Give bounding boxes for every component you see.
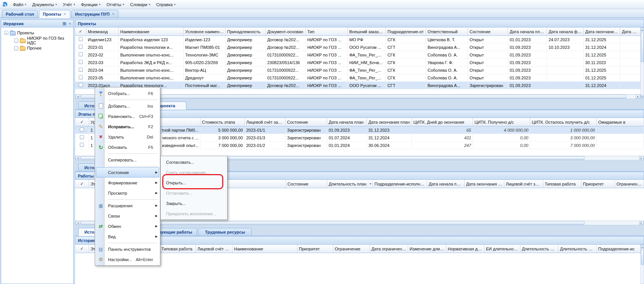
hierarchy-collapse-icon[interactable]: « xyxy=(69,21,71,26)
tree-item[interactable]: Прочее xyxy=(1,44,73,52)
bottom-vertical-scrollbar[interactable]: ▲ xyxy=(641,245,644,284)
table-row[interactable]: 2023-01Разработка технологии и...Магнит … xyxy=(75,44,641,51)
row-checkbox[interactable] xyxy=(79,83,83,87)
column-header[interactable]: Принадлежность xyxy=(226,27,266,36)
menubar-item[interactable]: Отчёты▾ xyxy=(103,1,127,8)
column-header[interactable]: Лицевой счёт затрат xyxy=(245,118,286,126)
tree-checkbox[interactable] xyxy=(14,39,18,43)
table-row[interactable]: 1ческого отчета с ...3 000 000,002023-01… xyxy=(75,134,644,142)
column-header[interactable]: Состояние xyxy=(286,180,327,188)
column-header[interactable]: Внешний заказчик xyxy=(348,27,386,36)
menu-item[interactable]: Связи▶ xyxy=(96,211,159,221)
menu-item[interactable]: Исправить...F2 xyxy=(96,121,159,132)
scroll-left-icon[interactable]: ◄ xyxy=(76,221,80,225)
column-header[interactable]: Длительность пла xyxy=(520,245,558,253)
menu-item[interactable]: Расширения▶ xyxy=(96,200,159,211)
column-header[interactable]: Дата окончания ф xyxy=(620,27,641,36)
tab-close-icon[interactable]: ✕ xyxy=(112,12,115,16)
menubar-item[interactable]: Функции▾ xyxy=(78,1,103,8)
menu-item[interactable]: Состояние▶ xyxy=(96,167,159,178)
menu-item[interactable]: Размножить...Ctrl+F3 xyxy=(96,111,159,121)
scroll-right-icon[interactable]: ► xyxy=(639,221,644,225)
column-header[interactable]: Длительность план▼ xyxy=(327,180,373,188)
row-checkbox[interactable] xyxy=(79,52,83,56)
scroll-thumb[interactable] xyxy=(641,250,644,265)
row-checkbox[interactable] xyxy=(80,143,84,147)
menu-item[interactable]: Формирование▶ xyxy=(96,178,159,188)
menu-item[interactable]: Закрыть... xyxy=(161,198,226,208)
row-checkbox[interactable] xyxy=(79,68,83,72)
column-header[interactable]: Типовая работа xyxy=(160,245,196,253)
column-header[interactable]: Подразделение-ис xyxy=(597,245,641,253)
column-header[interactable]: Ограничение xyxy=(333,245,370,253)
column-header[interactable]: ЦИТК. Получено д/с xyxy=(473,118,530,126)
scroll-down-icon[interactable]: ▼ xyxy=(641,95,644,98)
table-row[interactable]: 2023-04Выполнение опытно-конс...Вектор-А… xyxy=(75,66,641,74)
tree-item[interactable]: НИОКР по ГОЗ без НДС xyxy=(1,37,73,44)
tree-expander-icon[interactable] xyxy=(4,31,8,35)
table-row[interactable]: Изделие123Разработка изделия 123Изделие-… xyxy=(75,36,641,44)
column-header[interactable]: Стоимость этапа xyxy=(200,118,245,126)
column-header[interactable]: Ответственный xyxy=(426,27,468,36)
column-header[interactable]: Приоритет xyxy=(297,245,333,253)
select-all-header[interactable]: ✓ xyxy=(75,245,89,253)
column-header[interactable]: Тип xyxy=(306,27,348,36)
table-row[interactable]: 2023-05Выполнение опытно-конс...Дредноут… xyxy=(75,74,641,82)
menu-item[interactable]: Скопировать... xyxy=(96,155,159,165)
table-row[interactable]: 1изведенной опыт...7 000 000,002023-01/2… xyxy=(75,142,644,149)
column-header[interactable]: ЦИТК. Осталось получить д/с xyxy=(530,118,597,126)
column-header[interactable]: Дата окончания план xyxy=(367,118,412,126)
column-header[interactable]: Нормативная длит xyxy=(446,245,484,253)
row-checkbox[interactable] xyxy=(79,75,83,79)
tab[interactable]: Рабочий стол xyxy=(2,10,38,18)
menubar-item[interactable]: Справка▾ xyxy=(153,1,179,8)
select-all-header[interactable]: ✓ xyxy=(75,180,89,188)
works-horizontal-scrollbar[interactable]: ◄ ► xyxy=(75,221,644,225)
table-row[interactable]: 2023-02Выполнение опытно-конс...Технолог… xyxy=(75,51,641,59)
column-header[interactable]: ЦИТК. Дней до окончания xyxy=(412,118,473,126)
column-header[interactable]: Условное наименова xyxy=(184,27,226,36)
column-header[interactable]: Дата начала план. xyxy=(508,27,547,36)
tab[interactable]: Трудовые ресурсы xyxy=(198,228,252,236)
column-header[interactable]: Мнемокод xyxy=(86,27,119,36)
column-header[interactable]: Состояние xyxy=(468,27,508,36)
column-header[interactable]: Подразделение-от xyxy=(386,27,426,36)
column-header[interactable]: Ограничение xyxy=(615,180,644,188)
tab-close-icon[interactable]: ✕ xyxy=(63,12,66,16)
row-checkbox[interactable] xyxy=(79,45,83,49)
column-header[interactable]: Дата окончания план xyxy=(465,180,504,188)
hierarchy-views-icon[interactable]: ▦ xyxy=(62,21,66,26)
column-header[interactable]: Лицевой счёт затр xyxy=(504,180,543,188)
menu-item[interactable]: Настройки...Alt+Enter xyxy=(96,254,159,265)
column-header[interactable]: Лицевой счёт затр xyxy=(196,245,232,253)
menu-item[interactable]: Добавить...Ins xyxy=(96,101,159,111)
column-header[interactable]: Подразделение-исполнитель xyxy=(373,180,427,188)
column-header[interactable]: Дата начала план xyxy=(327,118,367,126)
scroll-up-icon[interactable]: ▲ xyxy=(641,28,644,32)
scroll-right-icon[interactable]: ► xyxy=(636,95,640,98)
menubar-item[interactable]: Словари▾ xyxy=(127,1,153,8)
menu-item[interactable]: Панель инструментов xyxy=(96,244,159,254)
tab[interactable]: Инструкции ПУП✕ xyxy=(71,10,119,18)
column-header[interactable]: Дата окончания пл xyxy=(584,27,620,36)
column-header[interactable]: Изменение длител xyxy=(408,245,446,253)
menu-item[interactable]: Открыть... xyxy=(161,178,226,188)
column-header[interactable]: Дата начала план. xyxy=(427,180,465,188)
row-checkbox[interactable] xyxy=(79,37,83,41)
menu-item[interactable]: Просмотр▶ xyxy=(96,188,159,198)
menu-item[interactable]: УдалитьDel xyxy=(96,132,159,142)
column-header[interactable]: Наименование xyxy=(232,245,297,253)
column-header[interactable]: Приоритет xyxy=(581,180,615,188)
row-checkbox[interactable] xyxy=(80,127,84,132)
column-header[interactable]: Документ-основан xyxy=(266,27,306,36)
column-header[interactable]: Состояние xyxy=(286,118,327,126)
select-all-header[interactable]: ✓ xyxy=(75,118,89,126)
menu-item[interactable]: Согласовать... xyxy=(161,157,226,167)
scroll-up-icon[interactable]: ▲ xyxy=(641,245,644,249)
menu-item[interactable]: ОбновитьF5 xyxy=(96,142,159,152)
scroll-left-icon[interactable]: ◄ xyxy=(76,95,80,98)
row-checkbox[interactable] xyxy=(79,60,83,64)
column-header[interactable]: Ожидаемые в xyxy=(597,118,644,126)
tree-checkbox[interactable] xyxy=(14,46,18,50)
menubar-item[interactable]: Файл▾ xyxy=(10,1,29,8)
